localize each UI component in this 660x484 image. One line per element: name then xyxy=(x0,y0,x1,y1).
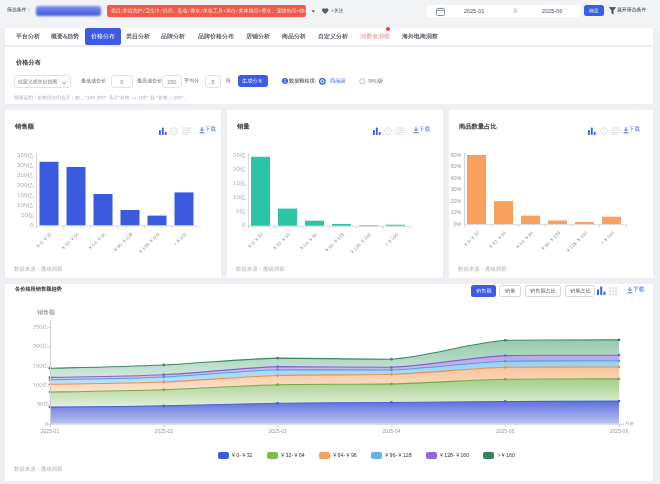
svg-text:¥ 128- ¥ 160: ¥ 128- ¥ 160 xyxy=(566,230,589,253)
svg-text:> ¥ 160: > ¥ 160 xyxy=(600,230,615,245)
svg-text:¥ 64- ¥ 96: ¥ 64- ¥ 96 xyxy=(299,232,318,251)
svg-text:¥ 0- ¥ 32: ¥ 0- ¥ 32 xyxy=(36,231,53,248)
svg-text:¥ 64- ¥ 96: ¥ 64- ¥ 96 xyxy=(88,231,107,250)
svg-text:¥ 0- ¥ 32: ¥ 0- ¥ 32 xyxy=(247,232,264,249)
svg-text:¥ 64- ¥ 96: ¥ 64- ¥ 96 xyxy=(515,230,534,249)
svg-text:¥ 128- ¥ 160: ¥ 128- ¥ 160 xyxy=(350,232,373,255)
svg-text:¥ 0- ¥ 32: ¥ 0- ¥ 32 xyxy=(463,230,480,247)
svg-text:¥ 32- ¥ 64: ¥ 32- ¥ 64 xyxy=(61,231,80,250)
svg-text:> ¥ 160: > ¥ 160 xyxy=(384,232,399,247)
svg-text:¥ 32- ¥ 64: ¥ 32- ¥ 64 xyxy=(272,232,291,251)
svg-text:¥ 32- ¥ 64: ¥ 32- ¥ 64 xyxy=(488,230,507,249)
svg-text:¥ 96- ¥ 128: ¥ 96- ¥ 128 xyxy=(541,230,562,251)
svg-text:¥ 128- ¥ 160: ¥ 128- ¥ 160 xyxy=(138,231,161,254)
svg-text:> ¥ 160: > ¥ 160 xyxy=(173,231,188,246)
svg-text:¥ 96- ¥ 128: ¥ 96- ¥ 128 xyxy=(113,231,134,252)
svg-text:¥ 96- ¥ 128: ¥ 96- ¥ 128 xyxy=(325,232,346,253)
